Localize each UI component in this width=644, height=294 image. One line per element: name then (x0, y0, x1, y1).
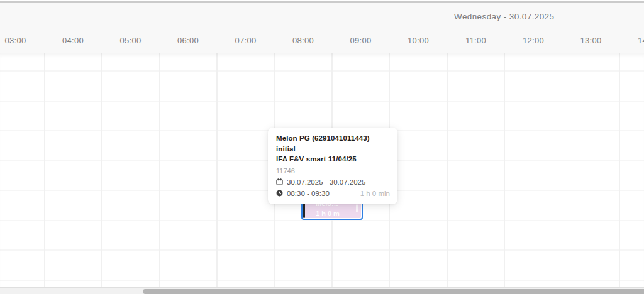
hour-label: 10:00 (389, 35, 447, 46)
tooltip-event-code: 11746 (276, 167, 390, 175)
hour-label: 08:00 (274, 35, 332, 46)
tooltip-duration: 1 h 0 min (360, 190, 390, 197)
tooltip-date-row: 30.07.2025 - 30.07.2025 (276, 178, 390, 186)
calendar-icon (276, 178, 283, 185)
hour-label: 12:00 (504, 35, 562, 46)
hour-label: 09:00 (332, 35, 390, 46)
event-duration: 1 h 0 m (316, 209, 356, 219)
hour-label: 05:00 (102, 35, 160, 46)
hour-label: 11:00 (447, 35, 505, 46)
event-resize-handle[interactable] (356, 204, 358, 212)
clock-icon (276, 190, 283, 197)
hour-label: 04:00 (44, 35, 102, 46)
tooltip-date-range: 30.07.2025 - 30.07.2025 (287, 178, 365, 186)
event-tooltip: Melon PG (6291041011443) initial IFA F&V… (268, 128, 397, 204)
tooltip-time-row: 08:30 - 09:30 1 h 0 min (276, 190, 390, 197)
hour-label: 07:00 (217, 35, 275, 46)
timeline-header: Wednesday - 30.07.2025 03:0004:0005:0006… (0, 3, 644, 53)
tooltip-title: Melon PG (6291041011443) initial IFA F&V… (276, 133, 390, 165)
tooltip-time-range: 08:30 - 09:30 (287, 190, 330, 197)
time-axis: 03:0004:0005:0006:0007:0008:0009:0010:00… (0, 33, 644, 49)
hour-label: 14:00 (619, 35, 644, 46)
scheduler-timeline-view: Wednesday - 30.07.2025 03:0004:0005:0006… (0, 0, 644, 294)
hour-label: 03:00 (0, 35, 45, 46)
horizontal-scrollbar-thumb[interactable] (143, 289, 644, 294)
hour-label: 06:00 (159, 35, 217, 46)
hour-label: 13:00 (562, 35, 620, 46)
horizontal-scrollbar-track[interactable] (0, 287, 644, 294)
day-header-label: Wednesday - 30.07.2025 (454, 12, 554, 21)
